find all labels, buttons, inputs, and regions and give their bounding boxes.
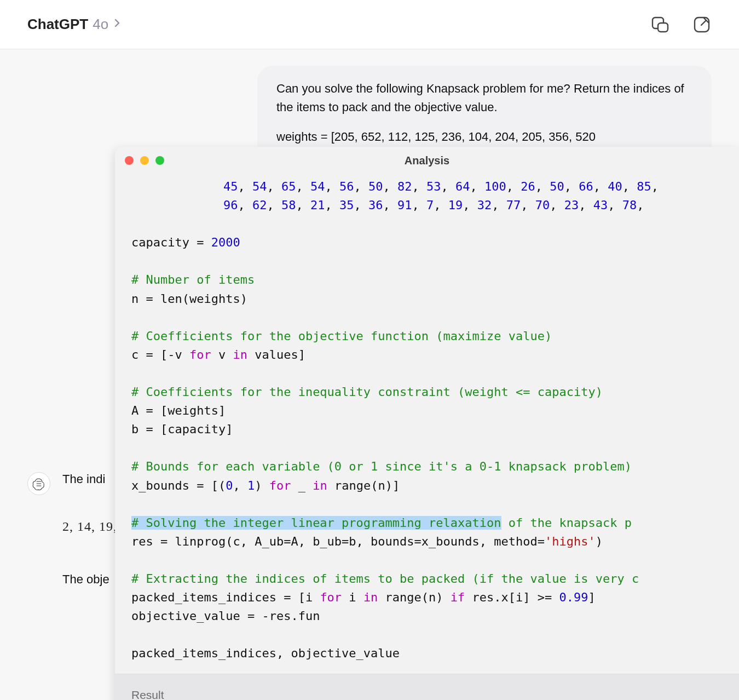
code-comment-solve: # Solving the integer linear programming…: [131, 516, 632, 530]
new-chat-icon[interactable]: [692, 15, 712, 35]
app-name: ChatGPT: [27, 16, 88, 33]
analysis-window: Analysis 45, 54, 65, 54, 56, 50, 82, 53,…: [115, 147, 739, 700]
code-c-listcomp: c = [-v for v in values]: [131, 348, 305, 362]
user-message: Can you solve the following Knapsack pro…: [257, 66, 712, 160]
code-b-capacity: b = [capacity]: [131, 422, 233, 436]
numbers-row-2: 96, 62, 58, 21, 35, 36, 91, 7, 19, 32, 7…: [131, 196, 723, 215]
code-capacity: capacity = 2000: [131, 236, 240, 249]
user-message-data-preview: weights = [205, 652, 112, 125, 236, 104,…: [276, 128, 692, 146]
code-area[interactable]: 45, 54, 65, 54, 56, 50, 82, 53, 64, 100,…: [115, 174, 739, 674]
code-a-weights: A = [weights]: [131, 404, 226, 417]
code-comment-obj: # Coefficients for the objective functio…: [131, 329, 552, 343]
result-label: Result: [131, 688, 164, 700]
app-header: ChatGPT 4o: [0, 0, 739, 49]
user-message-text: Can you solve the following Knapsack pro…: [276, 79, 692, 117]
code-comment-nitems: # Number of items: [131, 273, 255, 286]
code-comment-bounds: # Bounds for each variable (0 or 1 since…: [131, 460, 632, 473]
result-bar: Result: [115, 674, 739, 700]
window-titlebar[interactable]: Analysis: [115, 147, 739, 174]
code-return-tuple: packed_items_indices, objective_value: [131, 646, 400, 660]
assistant-body: The indi 2, 14, 19, The obje: [62, 472, 117, 587]
code-comment-extract: # Extracting the indices of items to be …: [131, 572, 639, 586]
model-name: 4o: [93, 16, 108, 33]
assistant-math-indices: 2, 14, 19,: [62, 519, 117, 534]
canvas-icon[interactable]: [650, 15, 670, 35]
code-xbounds: x_bounds = [(0, 1) for _ in range(n)]: [131, 479, 400, 492]
chevron-right-icon: [114, 18, 120, 31]
header-left[interactable]: ChatGPT 4o: [27, 16, 120, 33]
assistant-line1: The indi: [62, 472, 117, 486]
code-linprog: res = linprog(c, A_ub=A, b_ub=b, bounds=…: [131, 535, 603, 548]
svg-rect-1: [658, 23, 668, 32]
window-title: Analysis: [115, 154, 739, 167]
numbers-row-1: 45, 54, 65, 54, 56, 50, 82, 53, 64, 100,…: [131, 177, 723, 196]
minimize-window-icon[interactable]: [140, 156, 149, 165]
close-window-icon[interactable]: [125, 156, 134, 165]
maximize-window-icon[interactable]: [155, 156, 164, 165]
traffic-lights: [125, 156, 164, 165]
code-objective-value: objective_value = -res.fun: [131, 609, 320, 623]
code-n-len: n = len(weights): [131, 292, 247, 306]
header-right: [650, 15, 712, 35]
assistant-avatar: [27, 472, 50, 495]
code-packed-indices: packed_items_indices = [i for i in range…: [131, 590, 596, 604]
assistant-line2: The obje: [62, 572, 117, 587]
code-comment-constraint: # Coefficients for the inequality constr…: [131, 385, 603, 399]
